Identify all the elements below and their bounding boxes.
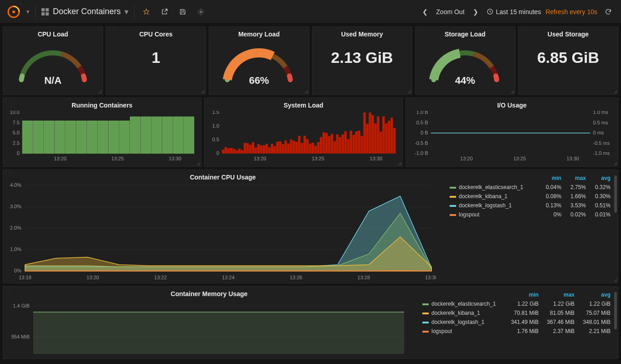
legend-row[interactable]: dockerelk_kibana_1 0.08% 1.66% 0.30% — [447, 192, 613, 201]
panel-container-cpu[interactable]: ⋮⋮ Container CPU Usage 4.0%3.0%2.0%1.0%0… — [3, 169, 618, 283]
legend-header: max — [564, 174, 589, 183]
chevron-down-icon[interactable]: ▾ — [26, 8, 30, 15]
resize-handle-icon[interactable] — [98, 90, 102, 93]
gear-icon — [197, 8, 205, 15]
drag-handle-icon[interactable]: ⋮⋮ — [4, 28, 11, 33]
series-min: 1.22 GiB — [505, 299, 541, 308]
share-button[interactable] — [158, 5, 171, 18]
time-range-picker[interactable]: Last 15 minutes — [487, 8, 541, 15]
panel-system-load[interactable]: ⋮⋮ System Load 1.51.00.5013:2013:2513:30 — [204, 97, 403, 167]
svg-rect-39 — [222, 150, 224, 154]
svg-point-6 — [200, 11, 202, 13]
svg-text:10.0: 10.0 — [10, 111, 20, 115]
svg-rect-72 — [312, 143, 314, 154]
svg-rect-51 — [255, 147, 257, 154]
svg-rect-91 — [363, 113, 365, 154]
panel-used-storage[interactable]: ⋮⋮ Used Storage 6.85 GiB — [518, 26, 618, 95]
svg-text:2.5: 2.5 — [13, 140, 20, 146]
panel-storage-load[interactable]: ⋮⋮ Storage Load 44% — [415, 26, 515, 95]
legend-row[interactable]: dockerelk_logstash_1 0.13% 3.53% 0.51% — [447, 201, 613, 210]
save-button[interactable] — [176, 5, 189, 18]
resize-handle-icon[interactable] — [201, 90, 205, 93]
refresh-interval-picker[interactable]: Refresh every 10s — [545, 8, 597, 15]
series-avg: 0.01% — [589, 210, 613, 219]
resize-handle-icon[interactable] — [398, 162, 401, 165]
running-containers-chart: 10.07.55.02.5013:2013:2513:30 — [3, 111, 198, 162]
resize-handle-icon[interactable] — [613, 278, 617, 282]
drag-handle-icon[interactable]: ⋮⋮ — [407, 99, 414, 104]
panel-container-memory[interactable]: ⋮⋮ Container Memory Usage 1.4 GiB954 MiB… — [3, 286, 618, 359]
svg-rect-46 — [241, 150, 243, 154]
panel-title: I/O Usage — [406, 98, 618, 111]
drag-handle-icon[interactable]: ⋮⋮ — [107, 28, 114, 33]
svg-text:13:25: 13:25 — [513, 156, 526, 161]
svg-rect-62 — [284, 140, 287, 154]
svg-rect-18 — [44, 121, 54, 154]
svg-rect-60 — [279, 141, 281, 154]
settings-button[interactable] — [195, 5, 207, 18]
legend-row[interactable]: dockerelk_elasticsearch_1 0.04% 2.75% 0.… — [447, 183, 613, 192]
container-cpu-chart: 4.0%3.0%2.0%1.0%0%13:1813:2013:2213:2413… — [3, 183, 436, 281]
series-min: 70.81 MiB — [505, 308, 541, 318]
svg-text:0.5 B: 0.5 B — [416, 120, 428, 125]
svg-rect-48 — [246, 143, 249, 154]
zoom-out-button[interactable]: Zoom Out — [436, 8, 464, 15]
panel-io-usage[interactable]: ⋮⋮ I/O Usage 1.0 B0.5 B0 B-0.5 B-1.0 B1.… — [405, 97, 618, 167]
resize-handle-icon[interactable] — [304, 90, 308, 93]
series-max: 2.75% — [564, 183, 589, 192]
legend-row[interactable]: dockerelk_kibana_1 70.81 MiB 81.05 MiB 7… — [420, 308, 613, 318]
svg-rect-82 — [339, 137, 341, 154]
cpu-legend: minmaxavg dockerelk_elasticsearch_1 0.04… — [442, 170, 618, 283]
drag-handle-icon[interactable]: ⋮⋮ — [4, 99, 11, 104]
resize-handle-icon[interactable] — [510, 90, 514, 93]
svg-text:13:20: 13:20 — [254, 156, 267, 161]
mem-row: ⋮⋮ Container Memory Usage 1.4 GiB954 MiB… — [3, 286, 618, 359]
svg-text:1.0: 1.0 — [212, 123, 219, 128]
time-forward-button[interactable]: ❯ — [469, 5, 482, 18]
legend-row[interactable]: dockerelk_logstash_1 341.49 MiB 367.46 M… — [420, 318, 613, 327]
panel-title: Memory Load — [238, 27, 280, 40]
panel-title: Container Memory Usage — [3, 287, 415, 299]
legend-swatch-icon — [422, 331, 429, 333]
drag-handle-icon[interactable]: ⋮⋮ — [210, 28, 217, 33]
dashboard-picker[interactable]: Docker Containers ▾ — [41, 7, 128, 17]
panel-cpu-cores[interactable]: ⋮⋮ CPU Cores 1 — [106, 26, 206, 95]
resize-handle-icon[interactable] — [407, 90, 411, 93]
star-button[interactable] — [140, 5, 153, 18]
svg-text:3.0%: 3.0% — [10, 204, 21, 209]
legend-row[interactable]: logspout 1.76 MiB 2.37 MiB 2.21 MiB — [420, 327, 613, 336]
share-icon — [161, 8, 168, 15]
drag-handle-icon[interactable]: ⋮⋮ — [205, 99, 213, 104]
drag-handle-icon[interactable]: ⋮⋮ — [519, 28, 527, 33]
gauge: 44% — [424, 41, 506, 89]
resize-handle-icon[interactable] — [613, 162, 617, 165]
panel-memory-load[interactable]: ⋮⋮ Memory Load 66% — [209, 26, 309, 95]
panel-used-memory[interactable]: ⋮⋮ Used Memory 2.13 GiB — [312, 26, 412, 95]
scrollbar[interactable] — [614, 292, 617, 329]
panel-title: Storage Load — [445, 27, 485, 40]
svg-rect-138 — [33, 312, 404, 354]
svg-rect-92 — [366, 124, 368, 154]
drag-handle-icon[interactable]: ⋮⋮ — [416, 28, 424, 33]
legend-row[interactable]: dockerelk_elasticsearch_1 1.22 GiB 1.22 … — [420, 299, 613, 308]
series-avg: 0.32% — [589, 183, 613, 192]
svg-text:2.0%: 2.0% — [10, 225, 21, 231]
svg-text:13:30: 13:30 — [370, 156, 383, 161]
panel-title: Running Containers — [3, 98, 201, 111]
legend-swatch-icon — [450, 187, 456, 189]
resize-handle-icon[interactable] — [613, 90, 617, 93]
svg-rect-22 — [87, 121, 98, 154]
scrollbar[interactable] — [614, 175, 617, 213]
resize-handle-icon[interactable] — [196, 162, 200, 165]
clock-icon — [487, 8, 493, 15]
refresh-button[interactable] — [602, 5, 615, 18]
panel-running-containers[interactable]: ⋮⋮ Running Containers 10.07.55.02.5013:2… — [3, 97, 201, 167]
drag-handle-icon[interactable]: ⋮⋮ — [313, 28, 321, 33]
svg-rect-75 — [320, 137, 322, 154]
grafana-logo-icon[interactable] — [6, 5, 21, 19]
panel-cpu-load[interactable]: ⋮⋮ CPU Load N/A — [3, 26, 103, 95]
svg-text:4.0%: 4.0% — [10, 183, 21, 188]
svg-text:-1.0 ms: -1.0 ms — [593, 150, 610, 156]
legend-row[interactable]: logspout 0% 0.02% 0.01% — [447, 210, 613, 219]
time-back-button[interactable]: ❮ — [419, 5, 431, 18]
